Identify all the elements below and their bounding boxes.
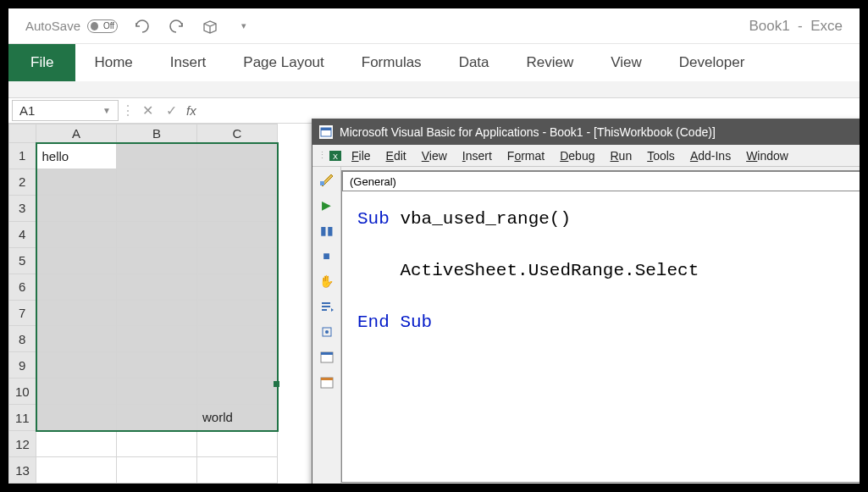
cell-a1[interactable]: hello xyxy=(36,143,117,169)
cell-a11[interactable] xyxy=(36,405,117,431)
row-header-3[interactable]: 3 xyxy=(9,195,36,221)
design-mode-icon[interactable] xyxy=(318,172,335,187)
tab-review[interactable]: Review xyxy=(508,44,593,81)
cell-c3[interactable] xyxy=(197,195,278,221)
reset-icon[interactable]: ■ xyxy=(318,248,335,263)
row-header-4[interactable]: 4 xyxy=(9,221,36,247)
autosave-toggle[interactable]: AutoSave Off xyxy=(25,19,118,33)
cell-a5[interactable] xyxy=(36,247,117,274)
tab-data[interactable]: Data xyxy=(440,44,508,81)
row-header-10[interactable]: 10 xyxy=(9,379,36,405)
cell-c1[interactable] xyxy=(197,143,278,169)
box-icon[interactable] xyxy=(201,17,219,36)
run-icon[interactable]: ▶ xyxy=(318,197,335,213)
cell-b8[interactable] xyxy=(117,326,197,352)
cell-b1[interactable] xyxy=(117,143,197,169)
cell-a12[interactable] xyxy=(36,431,117,457)
tab-developer[interactable]: Developer xyxy=(661,44,764,81)
bookmark-icon[interactable] xyxy=(318,324,335,340)
hand-icon[interactable]: ✋ xyxy=(318,274,335,289)
cell-a3[interactable] xyxy=(36,195,117,221)
tab-file[interactable]: File xyxy=(8,44,75,81)
vbe-excel-icon[interactable]: X xyxy=(328,146,343,165)
cancel-icon[interactable]: ✕ xyxy=(135,98,159,123)
cell-c9[interactable] xyxy=(197,352,278,379)
break-icon[interactable]: ▮▮ xyxy=(318,223,335,238)
redo-icon[interactable] xyxy=(167,17,185,36)
row-header-8[interactable]: 8 xyxy=(9,326,36,352)
col-header-b[interactable]: B xyxy=(117,124,197,143)
row-header-6[interactable]: 6 xyxy=(9,274,36,300)
properties-icon[interactable] xyxy=(318,375,335,390)
cell-a2[interactable] xyxy=(36,169,117,195)
select-all-corner[interactable] xyxy=(9,124,36,143)
cell-c10[interactable] xyxy=(197,379,278,405)
row-header-5[interactable]: 5 xyxy=(9,247,36,274)
cell-c11[interactable]: world xyxy=(197,405,278,431)
vbe-code-editor[interactable]: Sub vba_used_range() ActiveSheet.UsedRan… xyxy=(342,191,860,482)
vbe-menu-format[interactable]: Format xyxy=(500,147,551,164)
enter-icon[interactable]: ✓ xyxy=(159,98,183,123)
vbe-menu-insert[interactable]: Insert xyxy=(456,147,499,164)
tab-formulas[interactable]: Formulas xyxy=(343,44,440,81)
cell-a6[interactable] xyxy=(36,274,117,300)
cell-b3[interactable] xyxy=(117,195,197,221)
customize-qat-icon[interactable]: ▾ xyxy=(235,17,253,36)
name-box[interactable]: A1 ▼ xyxy=(12,100,119,121)
row-header-1[interactable]: 1 xyxy=(9,143,36,169)
cell-c12[interactable] xyxy=(197,431,278,457)
selection-handle[interactable] xyxy=(274,381,279,387)
fx-label[interactable]: fx xyxy=(183,98,200,123)
row-header-12[interactable]: 12 xyxy=(9,431,36,457)
col-header-c[interactable]: C xyxy=(197,124,278,143)
tab-page-layout[interactable]: Page Layout xyxy=(224,44,342,81)
cell-c7[interactable] xyxy=(197,300,278,326)
vbe-object-dropdown[interactable]: (General) xyxy=(342,171,860,191)
row-header-7[interactable]: 7 xyxy=(9,300,36,326)
cell-b13[interactable] xyxy=(117,457,197,484)
cell-a9[interactable] xyxy=(36,352,117,379)
cell-b5[interactable] xyxy=(117,247,197,274)
vbe-menu-file[interactable]: File xyxy=(345,147,378,164)
cell-a8[interactable] xyxy=(36,326,117,352)
tab-insert[interactable]: Insert xyxy=(152,44,225,81)
vbe-menu-debug[interactable]: Debug xyxy=(553,147,601,164)
vbe-menu-view[interactable]: View xyxy=(415,147,454,164)
vbe-menu-tools[interactable]: Tools xyxy=(640,147,682,164)
undo-icon[interactable] xyxy=(133,17,152,36)
row-header-2[interactable]: 2 xyxy=(9,169,36,195)
cell-b11[interactable] xyxy=(117,405,197,431)
cell-a10[interactable] xyxy=(36,379,117,405)
cell-b4[interactable] xyxy=(117,221,197,247)
cell-b7[interactable] xyxy=(117,300,197,326)
cell-b10[interactable] xyxy=(117,379,197,405)
cell-b9[interactable] xyxy=(117,352,197,379)
vbe-menu-run[interactable]: Run xyxy=(603,147,639,164)
cell-c2[interactable] xyxy=(197,169,278,195)
step-icon[interactable] xyxy=(318,299,335,314)
vbe-menu-addins[interactable]: Add-Ins xyxy=(683,147,738,164)
vbe-menu-edit[interactable]: Edit xyxy=(379,147,413,164)
project-explorer-icon[interactable] xyxy=(318,350,335,365)
tab-view[interactable]: View xyxy=(592,44,661,81)
col-header-a[interactable]: A xyxy=(36,124,117,143)
tab-home[interactable]: Home xyxy=(75,44,151,81)
cell-a13[interactable] xyxy=(36,457,117,484)
vbe-window[interactable]: Microsoft Visual Basic for Applications … xyxy=(312,119,860,484)
row-header-11[interactable]: 11 xyxy=(9,405,36,431)
toggle-track: Off xyxy=(87,19,118,33)
cell-c6[interactable] xyxy=(197,274,278,300)
vbe-titlebar[interactable]: Microsoft Visual Basic for Applications … xyxy=(312,119,860,145)
cell-a7[interactable] xyxy=(36,300,117,326)
cell-a4[interactable] xyxy=(36,221,117,247)
cell-b12[interactable] xyxy=(117,431,197,457)
cell-c5[interactable] xyxy=(197,247,278,274)
cell-c8[interactable] xyxy=(197,326,278,352)
cell-c4[interactable] xyxy=(197,221,278,247)
row-header-9[interactable]: 9 xyxy=(9,352,36,379)
cell-b2[interactable] xyxy=(117,169,197,195)
cell-c13[interactable] xyxy=(197,457,278,484)
cell-b6[interactable] xyxy=(117,274,197,300)
row-header-13[interactable]: 13 xyxy=(9,457,36,484)
vbe-menu-window[interactable]: Window xyxy=(739,147,795,164)
